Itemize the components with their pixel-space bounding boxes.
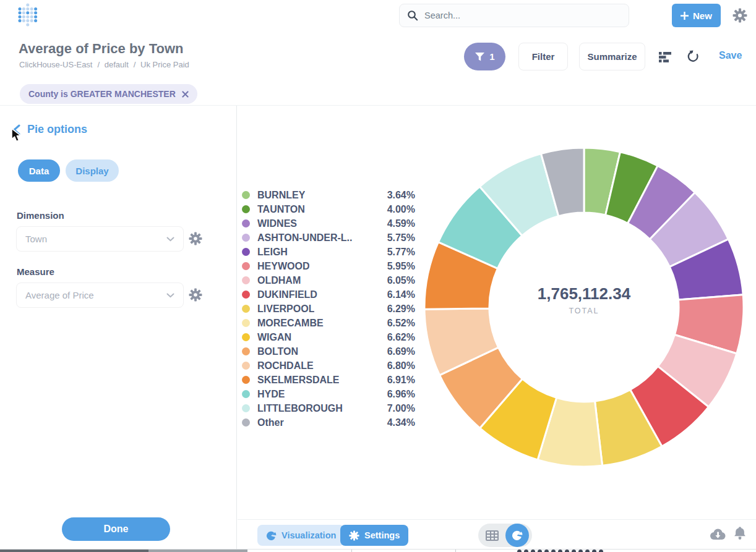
search-input[interactable] [424, 11, 621, 20]
legend-label: ROCHDALE [257, 360, 314, 372]
legend-percent: 4.59% [387, 218, 415, 229]
pie-chart: BURNLEYTAUNTONWIDNESASHTON-UNDER-L..LEIG… [417, 140, 751, 474]
legend-item[interactable]: LEIGH5.77% [242, 245, 415, 259]
settings-button[interactable]: Settings [340, 525, 408, 546]
save-button[interactable]: Save [719, 50, 742, 61]
legend-item[interactable]: SKELMERSDALE6.91% [242, 373, 415, 387]
legend-percent: 6.29% [387, 304, 415, 315]
legend-color-dot [242, 362, 250, 370]
plus-icon [681, 12, 689, 20]
notebook-editor-icon[interactable] [658, 50, 672, 64]
legend-label: OLDHAM [257, 275, 301, 286]
legend-item[interactable]: HYDE6.96% [242, 387, 415, 401]
legend-percent: 5.77% [387, 247, 415, 258]
legend-percent: 4.34% [387, 417, 415, 428]
new-button[interactable]: New [672, 4, 721, 27]
refresh-icon[interactable] [685, 49, 700, 64]
breadcrumb-schema[interactable]: default [105, 60, 129, 69]
legend-color-dot [242, 305, 250, 313]
legend-color-dot [242, 291, 250, 299]
legend-item[interactable]: Other4.34% [242, 415, 415, 430]
dimension-select[interactable]: Town [16, 226, 184, 252]
legend-item[interactable]: BURNLEY3.64% [242, 188, 415, 202]
legend-item[interactable]: LIVERPOOL6.29% [242, 302, 415, 316]
legend-color-dot [242, 248, 250, 256]
legend-color-dot [242, 347, 250, 355]
table-icon [486, 530, 499, 541]
legend-item[interactable]: WIDNES4.59% [242, 216, 415, 231]
pie-view-toggle[interactable] [505, 524, 529, 547]
chevron-down-icon [166, 293, 174, 298]
legend-color-dot [242, 191, 250, 199]
page-title: Average of Price by Town [19, 41, 184, 57]
legend-item[interactable]: WIGAN6.62% [242, 330, 415, 344]
table-view-toggle[interactable] [478, 530, 505, 541]
filter-count-pill[interactable]: 1 [464, 43, 505, 70]
pie-chart-icon [512, 530, 523, 541]
legend-label: MORECAMBE [257, 318, 324, 329]
breadcrumb: ClickHouse-US-East/ default/ Uk Price Pa… [19, 60, 192, 69]
breadcrumb-database[interactable]: ClickHouse-US-East [19, 60, 92, 69]
visualization-button[interactable]: Visualization [257, 525, 345, 546]
measure-select[interactable]: Average of Price [16, 282, 184, 308]
breadcrumb-table[interactable]: Uk Price Paid [140, 60, 189, 69]
close-icon[interactable] [182, 91, 189, 98]
filter-button[interactable]: Filter [518, 43, 568, 70]
chevron-left-icon[interactable] [12, 124, 21, 135]
legend-color-dot [242, 418, 250, 427]
legend-label: LITTLEBOROUGH [257, 403, 343, 414]
dimension-settings-gear-icon[interactable] [189, 232, 202, 245]
legend-label: HYDE [257, 389, 285, 400]
pie-legend: BURNLEY3.64%TAUNTON4.00%WIDNES4.59%ASHTO… [242, 188, 415, 430]
legend-label: ASHTON-UNDER-L.. [257, 232, 352, 244]
legend-label: TAUNTON [257, 204, 305, 215]
new-button-label: New [693, 11, 712, 21]
legend-item[interactable]: MORECAMBE6.52% [242, 316, 415, 330]
metabase-logo-icon[interactable] [17, 2, 38, 30]
legend-color-dot [242, 333, 250, 341]
legend-percent: 5.75% [387, 232, 415, 244]
notification-bell-icon[interactable] [734, 526, 746, 540]
tab-data-label: Data [29, 166, 49, 176]
legend-item[interactable]: LITTLEBOROUGH7.00% [242, 401, 415, 415]
dimension-value: Town [25, 234, 47, 244]
filter-chip-label: County is GREATER MANCHESTER [28, 89, 176, 99]
table-column-edge [455, 550, 456, 552]
gear-icon[interactable] [732, 8, 747, 23]
legend-percent: 6.52% [387, 318, 415, 329]
filter-chip[interactable]: County is GREATER MANCHESTER [20, 84, 197, 104]
dimension-label: Dimension [17, 210, 64, 221]
legend-label: LEIGH [257, 247, 288, 258]
legend-item[interactable]: TAUNTON4.00% [242, 202, 415, 216]
legend-item[interactable]: OLDHAM6.05% [242, 273, 415, 287]
legend-item[interactable]: HEYWOOD5.95% [242, 259, 415, 273]
legend-item[interactable]: BOLTON6.69% [242, 344, 415, 359]
legend-label: HEYWOOD [257, 261, 309, 272]
summarize-button[interactable]: Summarize [579, 43, 645, 70]
legend-percent: 4.00% [387, 204, 415, 215]
done-button[interactable]: Done [62, 517, 170, 541]
legend-label: SKELMERSDALE [257, 375, 339, 386]
legend-item[interactable]: DUKINFIELD6.14% [242, 287, 415, 302]
tab-data[interactable]: Data [18, 159, 60, 182]
legend-percent: 6.05% [387, 275, 415, 286]
horizontal-scrollbar-thumb[interactable] [0, 550, 148, 552]
clipped-table-text [517, 550, 603, 552]
legend-label: BURNLEY [257, 190, 305, 201]
download-icon[interactable] [709, 527, 726, 541]
legend-percent: 3.64% [387, 190, 415, 201]
legend-item[interactable]: ASHTON-UNDER-L..5.75% [242, 231, 415, 245]
legend-color-dot [242, 262, 250, 270]
measure-settings-gear-icon[interactable] [189, 288, 202, 302]
legend-item[interactable]: ROCHDALE6.80% [242, 359, 415, 373]
filter-button-label: Filter [532, 51, 555, 62]
sidebar-title: Pie options [27, 123, 87, 136]
breadcrumb-separator: / [97, 60, 100, 69]
funnel-icon [475, 52, 485, 62]
visualization-button-label: Visualization [281, 530, 336, 540]
tab-display[interactable]: Display [66, 159, 119, 182]
filter-count: 1 [489, 51, 494, 62]
breadcrumb-separator: / [134, 60, 136, 69]
legend-label: BOLTON [257, 346, 298, 357]
search-bar[interactable] [399, 4, 629, 27]
